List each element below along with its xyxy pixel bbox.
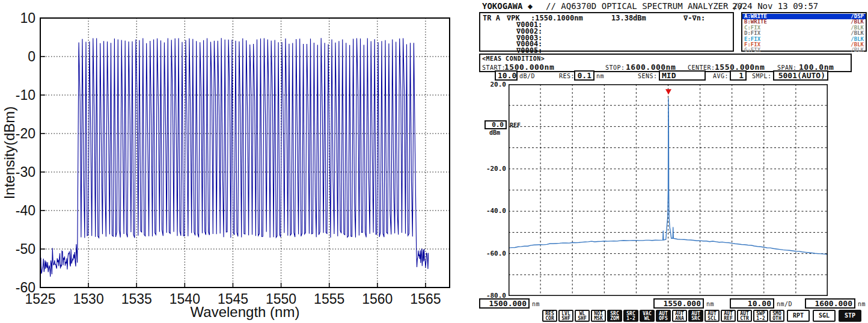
y-tick-label: 0 (28, 49, 35, 64)
softkey-line: 1-2 (625, 316, 637, 321)
stop-label: STOP: (605, 64, 625, 71)
y-tick-label: -60 (16, 280, 35, 295)
softkey-lvl-shf[interactable]: LVLSHF (558, 310, 573, 322)
y-tick-label: -40 (16, 203, 35, 218)
ref-level-unit: dBm (489, 129, 500, 136)
softkey-line: CTR (738, 316, 751, 321)
hardkey-rpt[interactable]: RPT (787, 310, 810, 322)
trace-name-label: G:FIX (744, 48, 760, 53)
peak-power-value: 13.38dBm (611, 14, 646, 22)
softkey-line: COR (543, 316, 556, 321)
level-scale-field[interactable]: 10.0 (495, 70, 518, 81)
softkey-aut-ctr[interactable]: AUTCTR (737, 310, 752, 322)
xaxis-perdiv-field[interactable]: 10.00 (730, 298, 774, 309)
sens-field[interactable]: MID (659, 70, 706, 81)
trace-status-row-d[interactable]: D:FIX/BLK (742, 31, 866, 36)
trace-status-row-c[interactable]: C:FIX/BLK (742, 25, 866, 31)
hardkey-sgl[interactable]: SGL (813, 310, 836, 322)
ref-level-field[interactable]: 0.0 (484, 120, 507, 129)
avg-label: AVG: (713, 73, 729, 79)
softkey-line: SHF (560, 316, 572, 321)
meas-condition-title: <MEAS CONDITION> (482, 55, 545, 62)
xaxis-center-unit: nm (706, 301, 714, 307)
comb-spectrum-trace (40, 38, 429, 277)
softkey-line: 1-2 (754, 316, 767, 321)
left-chart-ylabel: Intensity(dBm) (1, 106, 17, 200)
x-tick-label: 1530 (73, 291, 104, 307)
osa-trace-chart (509, 84, 828, 296)
xaxis-center-field[interactable]: 1550.000 (653, 298, 704, 309)
softkey-src-1-2[interactable]: SRC1-2 (623, 310, 638, 322)
y-tick-label: -30 (16, 164, 35, 180)
xaxis-start-field[interactable]: 1500.000 (479, 298, 530, 309)
x-tick-label: 1535 (121, 291, 152, 307)
trace-status-panel: A:WRITE/DSPB:WRITE/BLKC:FIX/BLKD:FIX/BLK… (741, 12, 867, 52)
xaxis-start-unit: nm (532, 301, 540, 307)
smpl-field[interactable]: 5001(AUTO) (773, 70, 828, 81)
softkey-aut-ana[interactable]: AUTANA (672, 310, 687, 322)
res-field[interactable]: 0.1 (574, 70, 594, 81)
softkey-line: WL (641, 316, 653, 321)
trace-status-row-g[interactable]: G:FIX/BLK (742, 48, 866, 53)
x-tick-label: 1560 (362, 291, 393, 307)
ytick-20: 20.0 (476, 81, 506, 88)
xaxis-stop-field[interactable]: 1600.000 (805, 298, 855, 309)
hardkey-stp[interactable]: STP (839, 310, 861, 322)
y-tick-label: -50 (16, 241, 35, 257)
softkey-line: SRC (689, 316, 702, 321)
y-tick-label: -20 (16, 126, 35, 141)
osa-spectrum-trace (509, 98, 828, 254)
softkey-aut-ref[interactable]: AUTREF (721, 310, 736, 322)
softkey-res-cor[interactable]: RESCOR (542, 310, 557, 322)
softkey-line: ZOM (608, 316, 621, 321)
ytick-minus20: -20.0 (476, 165, 506, 173)
x-tick-label: 1555 (314, 291, 344, 307)
softkey-line: ANA (673, 316, 686, 321)
softkey-wl-shf[interactable]: WLSHF (575, 310, 590, 322)
osa-datetime: 2024 Nov 13 09:57 (732, 1, 818, 11)
softkey-line: SCL (706, 316, 718, 321)
sens-label: SENS: (638, 73, 658, 79)
ytick-minus60: -60.0 (476, 250, 506, 257)
softkey-line: OTH (771, 316, 783, 321)
left-chart-xlabel: Wavelength (nm) (191, 304, 300, 320)
screenshot-root: 152515301535154015451550155515601565100-… (0, 0, 868, 323)
trace-status-row-f[interactable]: F:FIX/BLK (742, 42, 866, 48)
softkey-vac-wl[interactable]: VACWL (640, 310, 655, 322)
softkey-line: SHF (576, 316, 588, 321)
ytick-minus40: -40.0 (476, 207, 506, 215)
softkey-aut-scl[interactable]: AUTSCL (704, 310, 720, 322)
softkey-src-zom[interactable]: SRCZOM (607, 310, 622, 322)
softkey-line: MSK (592, 316, 605, 321)
softkey-aut-src[interactable]: AUTSRC (688, 310, 703, 322)
softkey-swp-1-2[interactable]: SWP1-2 (753, 310, 768, 322)
osa-screen: YOKOGAWA ◆ // AQ6370D OPTICAL SPECTRUM A… (475, 0, 868, 323)
trace-mode-label: /BLK (851, 48, 864, 53)
meas-condition-panel: <MEAS CONDITION> START: 1500.000nm STOP:… (479, 54, 852, 72)
xaxis-stop-unit: nm (858, 301, 866, 307)
y-tick-label: 10 (20, 10, 35, 26)
peak-info-panel: TR A ∇PK :1550.1000nm 13.38dBm ∇-∇n: ∇00… (479, 12, 734, 52)
softkey-line: REF (722, 316, 735, 321)
trace-status-row-e[interactable]: E:FIX/BLK (742, 37, 866, 42)
softkey-noi-msk[interactable]: NOIMSK (591, 310, 606, 322)
softkey-line: OFS (657, 316, 670, 321)
level-scale-unit: dB/D (519, 73, 535, 79)
comb-spectrum-chart: 152515301535154015451550155515601565100-… (0, 0, 475, 323)
xaxis-perdiv-unit: nm/D (777, 301, 792, 307)
y-tick-label: -10 (16, 87, 35, 103)
softkey-smo-oth[interactable]: SMOOTH (769, 310, 784, 322)
osa-brand: YOKOGAWA ◆ (482, 1, 533, 11)
osa-title: // AQ6370D OPTICAL SPECTRUM ANALYZER // (546, 1, 744, 11)
delta-marker-label: ∇-∇n: (683, 14, 705, 22)
softkey-aut-ofs[interactable]: AUTOFS (656, 310, 671, 322)
smpl-label: SMPL: (752, 73, 772, 79)
x-tick-label: 1565 (410, 291, 441, 307)
avg-field[interactable]: 1 (730, 70, 747, 81)
trace-label: TR A (483, 14, 500, 22)
peak-marker-icon[interactable] (665, 89, 671, 94)
res-label: RES: (559, 73, 575, 79)
res-unit: nm (596, 73, 604, 79)
trace-status-row-b[interactable]: B:WRITE/BLK (742, 19, 866, 25)
